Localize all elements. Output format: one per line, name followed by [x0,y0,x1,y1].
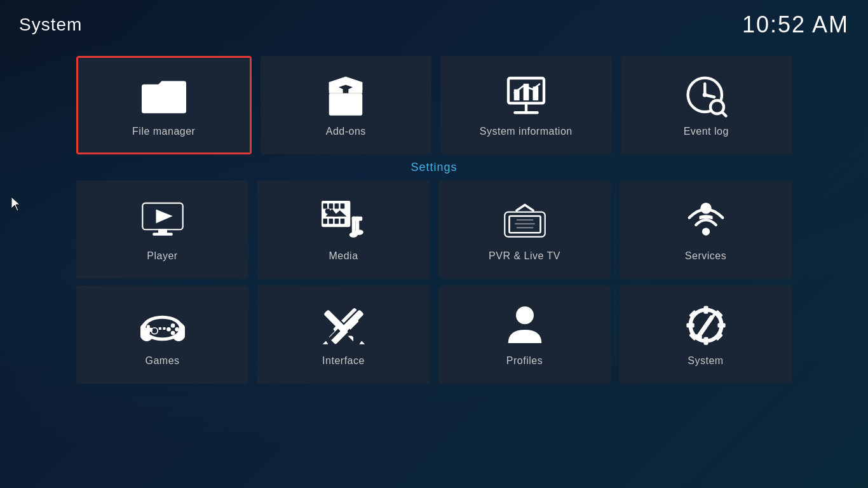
svg-rect-78 [703,306,708,313]
tile-media-label: Media [329,250,358,262]
svg-rect-79 [703,337,708,344]
svg-rect-81 [717,323,725,327]
svg-rect-40 [351,216,362,220]
svg-rect-32 [329,219,333,224]
svg-line-43 [516,205,524,210]
settings-row-2: Games [76,285,792,384]
media-icon [322,198,366,243]
tile-profiles[interactable]: Profiles [438,285,611,384]
settings-label: Settings [76,161,792,174]
interface-icon [322,303,366,348]
svg-rect-1 [143,85,159,88]
file-manager-icon [142,74,186,118]
tile-file-manager-label: File manager [132,126,195,137]
tile-profiles-label: Profiles [506,355,543,367]
tile-player[interactable]: Player [76,180,248,279]
tile-interface[interactable]: Interface [257,285,430,384]
tile-services[interactable]: Services [620,180,792,279]
tile-system[interactable]: System [620,285,792,384]
svg-line-44 [525,205,533,210]
svg-rect-29 [334,203,339,208]
tile-system-information-label: System information [480,126,573,137]
svg-rect-27 [323,203,327,208]
add-ons-icon [323,74,368,118]
svg-point-87 [693,334,702,340]
svg-rect-30 [340,203,344,208]
tile-add-ons[interactable]: Add-ons [261,56,432,154]
svg-point-61 [170,330,175,335]
tile-services-label: Services [685,250,726,262]
tile-games[interactable]: Games [76,285,248,384]
tile-media[interactable]: Media [257,180,430,279]
svg-point-37 [325,208,330,214]
svg-rect-31 [323,219,327,224]
tile-games-label: Games [145,355,179,367]
tile-event-log[interactable]: Event log [621,56,792,154]
svg-point-59 [170,323,175,328]
svg-marker-74 [322,341,328,344]
svg-rect-25 [153,233,173,235]
tile-pvr-live-tv[interactable]: PVR & Live TV [438,180,611,279]
tile-pvr-live-tv-label: PVR & Live TV [489,250,560,262]
tile-event-log-label: Event log [684,126,729,137]
svg-line-19 [722,112,726,116]
settings-row-1: Player [76,180,792,279]
top-row: File manager Add-ons [76,56,792,154]
pvr-live-tv-icon [503,198,547,243]
svg-rect-2 [329,93,363,115]
svg-point-20 [703,92,707,97]
svg-point-42 [355,229,363,234]
svg-rect-33 [334,219,339,224]
svg-point-52 [700,203,712,214]
tile-system-information[interactable]: System information [440,56,612,154]
svg-rect-28 [329,203,333,208]
svg-marker-72 [359,341,365,344]
system-icon [684,303,728,348]
tile-interface-label: Interface [322,355,365,367]
tile-add-ons-label: Add-ons [326,126,366,137]
header: System 10:52 AM [0,0,868,50]
svg-rect-80 [686,323,694,327]
tile-system-label: System [688,355,723,367]
svg-point-62 [166,327,171,331]
main-content: File manager Add-ons [0,50,868,396]
games-icon [140,303,185,348]
svg-point-51 [702,227,709,235]
svg-point-75 [516,306,534,324]
clock: 10:52 AM [742,11,849,38]
svg-rect-0 [142,86,186,113]
app-title: System [19,15,82,35]
svg-rect-34 [340,219,344,224]
services-icon [684,198,728,243]
event-log-icon [684,74,728,118]
system-information-icon [504,74,548,118]
tile-player-label: Player [147,250,177,262]
tile-file-manager[interactable]: File manager [76,56,252,154]
svg-point-60 [175,327,179,331]
svg-rect-24 [158,229,167,233]
svg-rect-63 [158,327,161,329]
profiles-icon [503,303,547,348]
player-icon [140,198,185,243]
svg-rect-64 [163,327,165,329]
